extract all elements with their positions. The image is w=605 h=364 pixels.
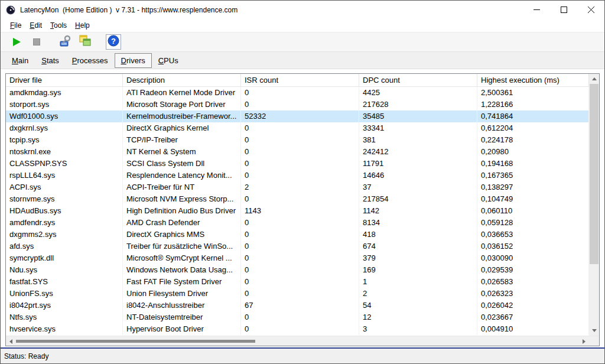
table-cell: 0,026583 (477, 276, 589, 288)
table-row[interactable]: HDAudBus.sysHigh Definition Audio Bus Dr… (6, 205, 589, 217)
tab-stats[interactable]: Stats (35, 53, 66, 68)
stop-monitor-button[interactable] (29, 34, 44, 50)
table-cell: NT Kernel & System (123, 146, 241, 158)
table-row[interactable]: Ndu.sysWindows Network Data Usag...01690… (6, 264, 589, 276)
table-cell: 0 (241, 170, 359, 181)
tab-processes[interactable]: Processes (66, 53, 115, 68)
table-cell: Fast FAT File System Driver (123, 276, 241, 288)
table-row[interactable]: dxgmms2.sysDirectX Graphics MMS04180,036… (6, 229, 589, 240)
menu-help[interactable]: Help (71, 20, 94, 31)
table-row[interactable]: fastfat.SYSFast FAT File System Driver01… (6, 276, 589, 288)
table-row[interactable]: i8042prt.sysi8042-Anschlusstreiber67540,… (6, 300, 589, 311)
table-row[interactable]: stornvme.sysMicrosoft NVM Express Storp.… (6, 193, 589, 205)
column-header[interactable]: Driver file (6, 74, 123, 86)
horizontal-scrollbar-thumb[interactable] (16, 340, 255, 343)
help-button[interactable]: ? (106, 34, 121, 50)
table-cell: 1142 (359, 205, 477, 217)
table-row[interactable]: dxgkrnl.sysDirectX Graphics Kernel033341… (6, 122, 589, 134)
table-cell: i8042prt.sys (6, 300, 123, 311)
table-body: amdkmdag.sysATI Radeon Kernel Mode Drive… (6, 87, 589, 336)
tools-button[interactable] (57, 34, 73, 50)
menu-file[interactable]: File (6, 20, 25, 31)
table-cell: ACPI-Treiber für NT (123, 181, 241, 193)
table-row[interactable]: symcryptk.dllMicrosoft® SymCrypt Kernel … (6, 252, 589, 264)
arrow-up-icon (592, 77, 597, 80)
drivers-table-columns: Driver fileDescriptionISR countDPC count… (6, 74, 589, 336)
table-cell: 0 (241, 122, 359, 134)
content-area: Driver fileDescriptionISR countDPC count… (1, 69, 604, 347)
table-cell: 0,104749 (477, 193, 589, 205)
minimize-button[interactable] (523, 1, 550, 19)
table-cell: fastfat.SYS (6, 276, 123, 288)
table-cell: 14646 (359, 170, 477, 181)
vertical-scrollbar[interactable] (589, 74, 599, 336)
table-row[interactable]: storport.sysMicrosoft Storage Port Drive… (6, 99, 589, 110)
tab-drivers[interactable]: Drivers (115, 53, 152, 68)
start-monitor-button[interactable] (9, 34, 24, 50)
table-cell: SCSI Class System Dll (123, 158, 241, 170)
table-row[interactable]: ACPI.sysACPI-Treiber für NT2370,138297 (6, 181, 589, 193)
table-cell: 0 (241, 158, 359, 170)
column-header[interactable]: ISR count (241, 74, 359, 86)
help-icon: ? (108, 35, 119, 49)
scroll-right-button[interactable] (579, 336, 589, 346)
table-cell: storport.sys (6, 99, 123, 110)
table-cell: tcpip.sys (6, 134, 123, 146)
table-cell: 1 (359, 276, 477, 288)
table-row[interactable]: hvservice.sysHypervisor Boot Driver030,0… (6, 323, 589, 335)
table-cell: NT-Dateisystemtreiber (123, 311, 241, 323)
table-row[interactable]: amdkmdag.sysATI Radeon Kernel Mode Drive… (6, 87, 589, 99)
latencymon-window: LatencyMon (Home Edition ) v 7.31 - http… (0, 0, 605, 364)
stop-icon (33, 38, 40, 46)
table-cell: 674 (359, 240, 477, 252)
column-header[interactable]: Description (123, 74, 241, 86)
scroll-left-button[interactable] (6, 336, 16, 346)
table-row[interactable]: amdfendr.sysAMD Crash Defender081340,059… (6, 217, 589, 229)
close-button[interactable] (577, 1, 604, 19)
tab-cpus[interactable]: CPUs (152, 53, 185, 68)
table-cell: 2 (241, 181, 359, 193)
menubar: FileEditToolsHelp (1, 19, 604, 32)
table-cell: UnionFS.sys (6, 288, 123, 300)
table-row[interactable]: UnionFS.sysUnion Filesystem Driver020,02… (6, 288, 589, 300)
maximize-button[interactable] (550, 1, 577, 19)
table-row[interactable]: rspLLL64.sysResplendence Latency Monit..… (6, 170, 589, 181)
table-cell: 217854 (359, 193, 477, 205)
drivers-table-main: Driver fileDescriptionISR countDPC count… (6, 74, 599, 336)
table-cell: DirectX Graphics MMS (123, 229, 241, 240)
table-row[interactable]: Wdf01000.sysKernelmodustreiber-Framewor.… (6, 110, 589, 122)
tools-icon (58, 34, 71, 50)
table-cell: Resplendence Latency Monit... (123, 170, 241, 181)
table-cell: 12 (359, 311, 477, 323)
vertical-scrollbar-thumb[interactable] (590, 84, 599, 264)
windows-icon (79, 34, 92, 50)
tab-main[interactable]: Main (5, 53, 35, 68)
menu-edit[interactable]: Edit (25, 20, 46, 31)
table-cell: 0,036653 (477, 229, 589, 240)
scroll-up-button[interactable] (589, 74, 599, 84)
scroll-down-button[interactable] (589, 326, 599, 336)
table-cell: 1,228166 (477, 99, 589, 110)
table-cell: 0,138297 (477, 181, 589, 193)
table-cell: Windows Network Data Usag... (123, 264, 241, 276)
table-row[interactable]: ntoskrnl.exeNT Kernel & System02424120,2… (6, 146, 589, 158)
play-icon (13, 38, 21, 46)
table-cell: 0,036152 (477, 240, 589, 252)
window-type-button[interactable] (77, 34, 93, 50)
arrow-right-icon (583, 339, 586, 344)
table-cell: 0,060110 (477, 205, 589, 217)
column-header[interactable]: Highest execution (ms) (477, 74, 589, 86)
table-cell: i8042-Anschlusstreiber (123, 300, 241, 311)
table-row[interactable]: CLASSPNP.SYSSCSI Class System Dll0117910… (6, 158, 589, 170)
menu-tools[interactable]: Tools (46, 20, 71, 31)
horizontal-scrollbar[interactable] (6, 336, 589, 346)
table-row[interactable]: afd.sysTreiber für zusätzliche WinSo...0… (6, 240, 589, 252)
table-cell: 0 (241, 240, 359, 252)
vertical-scrollbar-track[interactable] (589, 264, 599, 326)
table-row[interactable]: Ntfs.sysNT-Dateisystemtreiber0120,023667 (6, 311, 589, 323)
table-cell: 0 (241, 134, 359, 146)
table-cell: 0 (241, 311, 359, 323)
column-header[interactable]: DPC count (359, 74, 477, 86)
table-cell: 418 (359, 229, 477, 240)
table-row[interactable]: tcpip.sysTCP/IP-Treiber03810,224178 (6, 134, 589, 146)
